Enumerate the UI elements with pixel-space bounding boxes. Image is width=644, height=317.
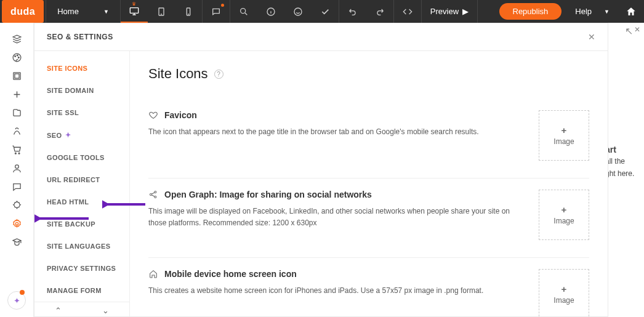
feedback-button[interactable] <box>284 0 312 23</box>
sidenav-site-ssl[interactable]: SITE SSL <box>34 102 129 124</box>
sidenav-footer: ⌃ ⌄ <box>34 302 129 316</box>
rail-chat-icon[interactable] <box>6 178 28 195</box>
background-page-peek: ↖ ✕ art all the ght here. <box>608 23 644 317</box>
redo-button[interactable] <box>366 0 393 23</box>
sidenav-site-domain[interactable]: SITE DOMAIN <box>34 79 129 102</box>
rail-content-icon[interactable] <box>6 104 28 121</box>
opengraph-upload[interactable]: + Image <box>539 190 589 240</box>
section-title: Favicon <box>148 110 514 120</box>
mobile-icon-section: Mobile device home screen icon This crea… <box>148 258 589 316</box>
close-button[interactable]: ✕ <box>588 32 595 42</box>
plus-icon: + <box>561 284 567 294</box>
peek-text: art <box>608 145 616 154</box>
favicon-upload[interactable]: + Image <box>539 110 589 161</box>
settings-sidenav: SITE ICONS SITE DOMAIN SITE SSL SEO ✦ GO… <box>34 51 130 316</box>
mobile-view-button[interactable] <box>175 0 202 23</box>
play-icon: ▶ <box>462 7 469 16</box>
mobile-icon-upload[interactable]: + Image <box>539 269 589 316</box>
preview-button[interactable]: Preview ▶ <box>422 7 477 16</box>
sidenav-up-button[interactable]: ⌃ <box>34 302 82 316</box>
svg-point-14 <box>15 153 16 154</box>
section-desc: This image will be displayed on Facebook… <box>148 206 514 229</box>
svg-point-16 <box>15 164 18 168</box>
peek-text: ght here. <box>608 169 634 178</box>
rail-blog-icon[interactable] <box>6 159 28 177</box>
republish-button[interactable]: Republish <box>499 3 562 20</box>
svg-point-15 <box>18 153 20 154</box>
rail-personalize-icon[interactable] <box>6 122 28 140</box>
sparkle-icon: ✦ <box>14 296 20 305</box>
section-title: Open Graph: Image for sharing on social … <box>148 190 514 199</box>
sidenav-site-icons[interactable]: SITE ICONS <box>34 57 129 79</box>
panel-title: SEO & SETTINGS <box>47 33 113 41</box>
rail-ecommerce-icon[interactable] <box>6 141 28 158</box>
chevron-down-icon: ▼ <box>604 9 610 15</box>
check-button[interactable] <box>312 0 339 23</box>
svg-point-17 <box>15 222 18 225</box>
page-selector-label: Home <box>57 7 79 16</box>
sidenav-down-button[interactable]: ⌄ <box>82 302 129 316</box>
desktop-view-button[interactable]: ♛ <box>121 0 148 23</box>
settings-panel: SEO & SETTINGS ✕ SITE ICONS SITE DOMAIN … <box>34 23 608 317</box>
search-button[interactable] <box>230 0 257 23</box>
section-title-text: Mobile device home screen icon <box>164 269 297 279</box>
opengraph-section: Open Graph: Image for sharing on social … <box>148 179 589 258</box>
help-icon[interactable]: ? <box>214 70 223 79</box>
drop-label: Image <box>553 217 574 225</box>
svg-rect-13 <box>14 73 18 78</box>
sidenav-url-redirect[interactable]: URL REDIRECT <box>34 169 129 191</box>
close-icon[interactable]: ✕ <box>634 25 640 37</box>
chevron-down-icon: ▼ <box>103 9 109 15</box>
rail-pages-icon[interactable] <box>6 30 28 47</box>
help-dropdown[interactable]: Help ▼ <box>566 7 618 16</box>
svg-point-11 <box>18 57 19 58</box>
top-toolbar: duda Home ▼ ♛ Preview ▶ <box>0 0 644 23</box>
home-button[interactable] <box>618 0 644 23</box>
section-desc: The icon that appears next to the page t… <box>148 126 514 138</box>
rail-add-icon[interactable] <box>6 86 28 103</box>
sidenav-site-languages[interactable]: SITE LANGUAGES <box>34 235 129 257</box>
heart-icon <box>148 110 158 120</box>
page-selector-dropdown[interactable]: Home ▼ <box>46 0 120 23</box>
content-heading: Site Icons ? <box>148 66 589 82</box>
svg-point-20 <box>155 196 156 198</box>
rail-settings-icon[interactable] <box>6 215 28 232</box>
sidenav-privacy-settings[interactable]: PRIVACY SETTINGS <box>34 257 129 279</box>
rail-learn-icon[interactable] <box>6 233 28 251</box>
sidenav-google-tools[interactable]: GOOGLE TOOLS <box>34 146 129 169</box>
rail-ai-button[interactable]: ✦ <box>7 291 26 310</box>
rail-widgets-icon[interactable] <box>6 67 28 84</box>
share-icon <box>148 190 158 199</box>
help-label: Help <box>575 7 592 16</box>
annotation-arrow-icon <box>102 198 147 211</box>
chevron-down-icon: ⌄ <box>102 306 109 315</box>
rail-design-icon[interactable] <box>6 49 28 66</box>
section-title-text: Favicon <box>164 110 197 120</box>
drop-label: Image <box>553 137 574 146</box>
sidenav-manage-form[interactable]: MANAGE FORM <box>34 279 129 302</box>
home-icon <box>148 269 158 279</box>
tablet-view-button[interactable] <box>148 0 175 23</box>
svg-point-10 <box>17 55 18 56</box>
chevron-up-icon: ⌃ <box>55 306 62 315</box>
svg-point-18 <box>150 193 151 195</box>
svg-rect-0 <box>130 7 138 13</box>
dev-mode-button[interactable] <box>394 0 421 23</box>
svg-point-4 <box>188 14 188 14</box>
svg-point-2 <box>161 14 161 14</box>
peek-text: all the <box>608 157 625 166</box>
rail-app-icon[interactable] <box>6 196 28 214</box>
brand-logo[interactable]: duda <box>2 0 44 23</box>
drop-label: Image <box>553 296 574 305</box>
crown-icon: ♛ <box>132 1 136 7</box>
sparkle-icon: ✦ <box>65 131 71 139</box>
panel-header: SEO & SETTINGS ✕ <box>34 23 608 51</box>
preview-label: Preview <box>430 7 459 16</box>
plus-icon: + <box>561 125 567 135</box>
comments-button[interactable] <box>203 0 230 23</box>
sidenav-seo[interactable]: SEO ✦ <box>34 124 129 146</box>
undo-button[interactable] <box>339 0 366 23</box>
section-title-text: Open Graph: Image for sharing on social … <box>164 190 372 199</box>
notification-dot-icon <box>221 4 224 7</box>
info-button[interactable] <box>257 0 284 23</box>
